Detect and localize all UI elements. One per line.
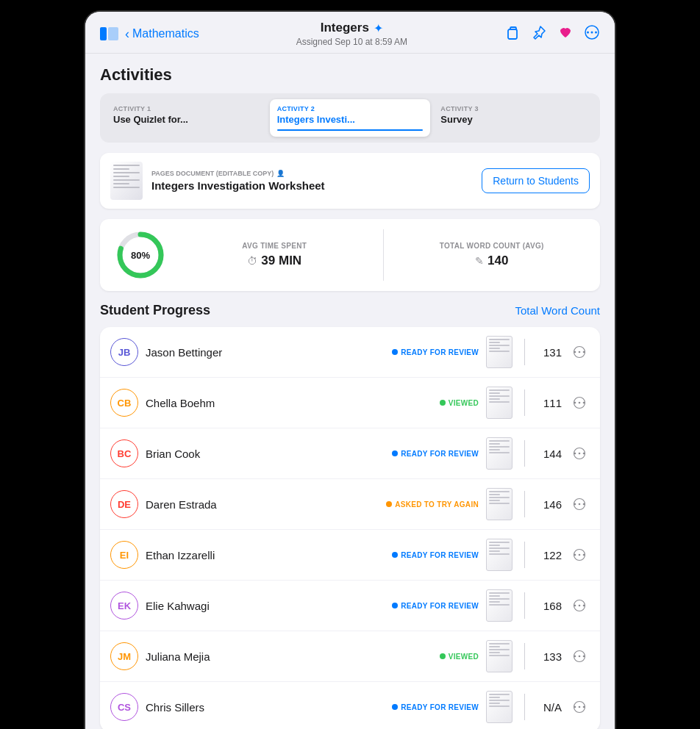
- status-badge: READY FOR REVIEW: [392, 602, 479, 610]
- doc-info: PAGES DOCUMENT (EDITABLE COPY) 👤 Integer…: [151, 170, 325, 192]
- status-dot: [440, 400, 446, 406]
- avg-time-value: 39 MIN: [261, 254, 301, 268]
- student-row: EI Ethan Izzarelli READY FOR REVIEW 122: [100, 530, 600, 581]
- word-count-value: 144: [537, 448, 562, 460]
- doc-mini-thumb: [486, 488, 512, 520]
- doc-thumbnail: [110, 162, 143, 200]
- col-divider: [524, 339, 525, 365]
- more-button[interactable]: [569, 494, 590, 514]
- more-button[interactable]: [569, 545, 590, 565]
- student-row: JM Juliana Mejia VIEWED 133: [100, 631, 600, 682]
- doc-mini-thumb: [486, 387, 512, 419]
- status-badge: VIEWED: [440, 653, 479, 661]
- student-row: CS Chris Sillers READY FOR REVIEW N/A: [100, 682, 600, 729]
- more-button[interactable]: [569, 595, 590, 616]
- col-divider: [524, 643, 525, 669]
- doc-mini-thumb: [486, 539, 512, 571]
- back-label: Mathematics: [132, 27, 199, 40]
- more-button[interactable]: [569, 697, 590, 717]
- doc-mini-thumb: [486, 691, 512, 723]
- more-button[interactable]: [569, 443, 590, 464]
- col-divider: [524, 592, 525, 619]
- more-button[interactable]: [569, 646, 590, 667]
- student-name: Juliana Mejia: [146, 650, 432, 663]
- status-badge: VIEWED: [440, 399, 479, 407]
- tab-activity-1[interactable]: ACTIVITY 1 Use Quizlet for...: [106, 99, 267, 137]
- svg-point-16: [579, 453, 581, 455]
- more-button[interactable]: [569, 392, 590, 413]
- svg-rect-0: [508, 29, 517, 39]
- doc-mini-thumb: [486, 336, 512, 368]
- doc-left: PAGES DOCUMENT (EDITABLE COPY) 👤 Integer…: [110, 162, 325, 200]
- student-name: Chella Boehm: [146, 397, 432, 409]
- word-count-avg-value: 140: [488, 254, 508, 268]
- student-name: Chris Sillers: [146, 701, 385, 714]
- col-divider: [524, 389, 525, 416]
- tab-activity-2[interactable]: ACTIVITY 2 Integers Investi...: [270, 99, 431, 137]
- sidebar-toggle[interactable]: [100, 26, 121, 42]
- main-content: Activities ACTIVITY 1 Use Quizlet for...…: [85, 54, 615, 729]
- word-count-stat: TOTAL WORD COUNT (AVG) ✎ 140: [399, 242, 586, 268]
- col-divider: [524, 491, 525, 517]
- svg-point-32: [579, 656, 581, 658]
- stat-divider: [383, 229, 384, 281]
- status-dot: [386, 501, 392, 507]
- tab-activity-3[interactable]: ACTIVITY 3 Survey: [433, 99, 594, 137]
- activities-tabs: ACTIVITY 1 Use Quizlet for... ACTIVITY 2…: [100, 93, 600, 143]
- svg-point-36: [579, 706, 581, 708]
- student-row: DE Daren Estrada ASKED TO TRY AGAIN 146: [100, 479, 600, 530]
- header-center: Integers ✦ Assigned Sep 10 at 8:59 AM: [296, 21, 407, 47]
- avatar: EK: [110, 592, 138, 620]
- user-icon: 👤: [276, 170, 285, 177]
- progress-label: 80%: [131, 250, 150, 261]
- avatar: JM: [110, 642, 138, 670]
- word-count-value: 133: [537, 650, 562, 663]
- status-dot: [392, 450, 398, 456]
- status-dot: [392, 552, 398, 558]
- more-icon[interactable]: [584, 24, 600, 44]
- svg-point-3: [595, 31, 597, 33]
- clock-icon: ⏱: [247, 255, 257, 267]
- status-dot: [440, 653, 446, 659]
- more-button[interactable]: [569, 342, 590, 362]
- student-row: EK Elie Kahwagi READY FOR REVIEW 168: [100, 581, 600, 631]
- student-list: JB Jason Bettinger READY FOR REVIEW 131: [100, 327, 600, 729]
- activities-title: Activities: [100, 65, 600, 85]
- student-progress-title: Student Progress: [100, 303, 210, 318]
- total-word-count-link[interactable]: Total Word Count: [515, 304, 600, 317]
- student-name: Daren Estrada: [146, 498, 379, 511]
- avatar: JB: [110, 338, 138, 366]
- student-name: Jason Bettinger: [146, 346, 385, 359]
- word-count-value: 168: [537, 600, 562, 612]
- status-dot: [392, 704, 398, 710]
- avatar: DE: [110, 490, 138, 518]
- word-count-value: 146: [537, 498, 562, 511]
- top-bar-right: [504, 24, 600, 44]
- col-divider: [524, 440, 525, 467]
- status-badge: ASKED TO TRY AGAIN: [386, 500, 479, 509]
- pin-icon[interactable]: [531, 24, 547, 44]
- word-count-value: 122: [537, 549, 562, 561]
- status-badge: READY FOR REVIEW: [392, 450, 479, 458]
- avatar: CB: [110, 389, 138, 417]
- svg-point-8: [579, 351, 581, 353]
- svg-point-2: [590, 31, 593, 33]
- chevron-left-icon: ‹: [125, 27, 129, 40]
- word-icon: ✎: [475, 255, 484, 267]
- heart-icon[interactable]: [557, 24, 574, 44]
- svg-point-12: [579, 402, 581, 404]
- col-divider: [524, 694, 525, 720]
- avg-time-label: AVG TIME SPENT: [181, 242, 368, 250]
- student-row: CB Chella Boehm VIEWED 111: [100, 378, 600, 428]
- doc-name: Integers Investigation Worksheet: [151, 179, 325, 192]
- stats-card: 80% AVG TIME SPENT ⏱ 39 MIN TOTAL WORD C…: [100, 219, 600, 291]
- back-button[interactable]: ‹ Mathematics: [125, 27, 199, 40]
- student-row: JB Jason Bettinger READY FOR REVIEW 131: [100, 327, 600, 378]
- svg-point-20: [579, 503, 581, 506]
- col-divider: [524, 542, 525, 568]
- top-bar: ‹ Mathematics Integers ✦ Assigned Sep 10…: [85, 12, 615, 54]
- document-card: PAGES DOCUMENT (EDITABLE COPY) 👤 Integer…: [100, 153, 600, 209]
- doc-type-label: PAGES DOCUMENT (EDITABLE COPY) 👤: [151, 170, 325, 177]
- copy-icon[interactable]: [504, 24, 521, 44]
- return-to-students-button[interactable]: Return to Students: [482, 168, 590, 193]
